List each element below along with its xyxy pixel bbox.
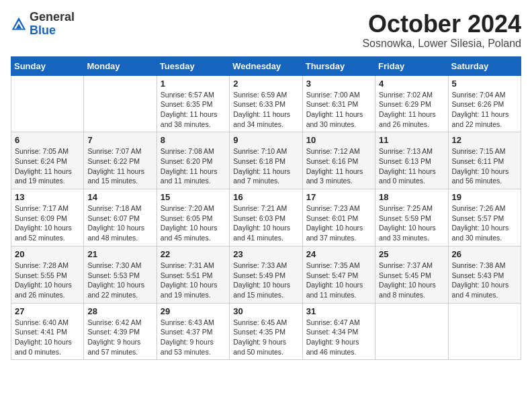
day-info: Sunrise: 7:08 AM Sunset: 6:20 PM Dayligh… (161, 146, 226, 186)
calendar-day-6: 6Sunrise: 7:05 AM Sunset: 6:24 PM Daylig… (11, 132, 84, 189)
day-info: Sunrise: 7:17 AM Sunset: 6:09 PM Dayligh… (15, 203, 80, 243)
day-number: 29 (161, 306, 226, 316)
day-info: Sunrise: 7:05 AM Sunset: 6:24 PM Dayligh… (15, 146, 80, 186)
logo-icon (11, 16, 27, 32)
weekday-header-sunday: Sunday (11, 56, 84, 75)
weekday-header-saturday: Saturday (448, 56, 521, 75)
day-number: 14 (87, 192, 152, 202)
day-info: Sunrise: 6:47 AM Sunset: 4:34 PM Dayligh… (306, 318, 371, 357)
day-info: Sunrise: 7:07 AM Sunset: 6:22 PM Dayligh… (87, 146, 152, 186)
day-number: 15 (161, 192, 226, 202)
day-info: Sunrise: 7:13 AM Sunset: 6:13 PM Dayligh… (379, 146, 444, 186)
calendar-week-row: 6Sunrise: 7:05 AM Sunset: 6:24 PM Daylig… (11, 132, 521, 189)
weekday-header-row: SundayMondayTuesdayWednesdayThursdayFrid… (11, 56, 521, 75)
day-number: 7 (87, 135, 152, 145)
calendar-day-12: 12Sunrise: 7:15 AM Sunset: 6:11 PM Dayli… (448, 132, 521, 189)
calendar-day-3: 3Sunrise: 7:00 AM Sunset: 6:31 PM Daylig… (302, 75, 375, 132)
day-info: Sunrise: 7:18 AM Sunset: 6:07 PM Dayligh… (87, 203, 152, 243)
day-number: 5 (452, 79, 517, 89)
calendar-day-2: 2Sunrise: 6:59 AM Sunset: 6:33 PM Daylig… (230, 75, 302, 132)
day-info: Sunrise: 7:04 AM Sunset: 6:26 PM Dayligh… (452, 90, 517, 130)
calendar-day-9: 9Sunrise: 7:10 AM Sunset: 6:18 PM Daylig… (230, 132, 302, 189)
calendar-day-1: 1Sunrise: 6:57 AM Sunset: 6:35 PM Daylig… (157, 75, 229, 132)
day-number: 13 (15, 192, 80, 202)
calendar-day-21: 21Sunrise: 7:30 AM Sunset: 5:53 PM Dayli… (84, 246, 157, 303)
day-number: 28 (87, 306, 152, 316)
calendar-day-4: 4Sunrise: 7:02 AM Sunset: 6:29 PM Daylig… (375, 75, 448, 132)
calendar-body: 1Sunrise: 6:57 AM Sunset: 6:35 PM Daylig… (11, 75, 521, 360)
day-info: Sunrise: 7:10 AM Sunset: 6:18 PM Dayligh… (233, 146, 298, 186)
calendar-week-row: 1Sunrise: 6:57 AM Sunset: 6:35 PM Daylig… (11, 75, 521, 132)
day-number: 2 (233, 79, 298, 89)
calendar-day-22: 22Sunrise: 7:31 AM Sunset: 5:51 PM Dayli… (157, 246, 229, 303)
calendar-day-19: 19Sunrise: 7:26 AM Sunset: 5:57 PM Dayli… (448, 189, 521, 246)
day-info: Sunrise: 7:38 AM Sunset: 5:43 PM Dayligh… (452, 261, 517, 300)
calendar-empty-cell (11, 75, 84, 132)
calendar-empty-cell (84, 75, 157, 132)
calendar-empty-cell (448, 303, 521, 360)
day-info: Sunrise: 7:02 AM Sunset: 6:29 PM Dayligh… (379, 90, 444, 130)
calendar-empty-cell (375, 303, 448, 360)
day-info: Sunrise: 7:15 AM Sunset: 6:11 PM Dayligh… (452, 146, 517, 186)
day-number: 6 (15, 135, 80, 145)
day-info: Sunrise: 6:42 AM Sunset: 4:39 PM Dayligh… (87, 318, 152, 357)
calendar-day-25: 25Sunrise: 7:37 AM Sunset: 5:45 PM Dayli… (375, 246, 448, 303)
day-info: Sunrise: 6:43 AM Sunset: 4:37 PM Dayligh… (161, 318, 226, 357)
location: Sosnowka, Lower Silesia, Poland (362, 38, 521, 50)
day-number: 31 (306, 306, 371, 316)
calendar-day-13: 13Sunrise: 7:17 AM Sunset: 6:09 PM Dayli… (11, 189, 84, 246)
calendar-day-14: 14Sunrise: 7:18 AM Sunset: 6:07 PM Dayli… (84, 189, 157, 246)
calendar-day-23: 23Sunrise: 7:33 AM Sunset: 5:49 PM Dayli… (230, 246, 302, 303)
calendar-day-7: 7Sunrise: 7:07 AM Sunset: 6:22 PM Daylig… (84, 132, 157, 189)
calendar-day-8: 8Sunrise: 7:08 AM Sunset: 6:20 PM Daylig… (157, 132, 229, 189)
day-number: 10 (306, 135, 371, 145)
day-info: Sunrise: 6:40 AM Sunset: 4:41 PM Dayligh… (15, 318, 80, 357)
day-number: 20 (15, 249, 80, 259)
logo-text: General Blue (30, 11, 75, 38)
day-number: 1 (161, 79, 226, 89)
weekday-header-monday: Monday (84, 56, 157, 75)
calendar-day-18: 18Sunrise: 7:25 AM Sunset: 5:59 PM Dayli… (375, 189, 448, 246)
calendar-day-20: 20Sunrise: 7:28 AM Sunset: 5:55 PM Dayli… (11, 246, 84, 303)
day-info: Sunrise: 7:23 AM Sunset: 6:01 PM Dayligh… (306, 203, 371, 243)
logo-general: General (30, 11, 75, 24)
day-number: 18 (379, 192, 444, 202)
weekday-header-tuesday: Tuesday (157, 56, 229, 75)
day-info: Sunrise: 6:57 AM Sunset: 6:35 PM Dayligh… (161, 90, 226, 130)
calendar-day-16: 16Sunrise: 7:21 AM Sunset: 6:03 PM Dayli… (230, 189, 302, 246)
day-number: 16 (233, 192, 298, 202)
day-info: Sunrise: 7:28 AM Sunset: 5:55 PM Dayligh… (15, 261, 80, 300)
day-number: 12 (452, 135, 517, 145)
title-area: October 2024 Sosnowka, Lower Silesia, Po… (362, 11, 521, 50)
calendar-header: SundayMondayTuesdayWednesdayThursdayFrid… (11, 56, 521, 75)
day-number: 3 (306, 79, 371, 89)
calendar-week-row: 27Sunrise: 6:40 AM Sunset: 4:41 PM Dayli… (11, 303, 521, 360)
calendar-day-29: 29Sunrise: 6:43 AM Sunset: 4:37 PM Dayli… (157, 303, 229, 360)
day-number: 22 (161, 249, 226, 259)
logo: General Blue (11, 11, 75, 38)
logo-blue: Blue (30, 24, 75, 38)
day-info: Sunrise: 7:00 AM Sunset: 6:31 PM Dayligh… (306, 90, 371, 130)
calendar-day-24: 24Sunrise: 7:35 AM Sunset: 5:47 PM Dayli… (302, 246, 375, 303)
day-number: 9 (233, 135, 298, 145)
weekday-header-friday: Friday (375, 56, 448, 75)
weekday-header-wednesday: Wednesday (230, 56, 302, 75)
day-info: Sunrise: 7:25 AM Sunset: 5:59 PM Dayligh… (379, 203, 444, 243)
day-number: 27 (15, 306, 80, 316)
calendar-day-27: 27Sunrise: 6:40 AM Sunset: 4:41 PM Dayli… (11, 303, 84, 360)
day-info: Sunrise: 7:35 AM Sunset: 5:47 PM Dayligh… (306, 261, 371, 300)
day-number: 4 (379, 79, 444, 89)
calendar-day-26: 26Sunrise: 7:38 AM Sunset: 5:43 PM Dayli… (448, 246, 521, 303)
calendar-day-28: 28Sunrise: 6:42 AM Sunset: 4:39 PM Dayli… (84, 303, 157, 360)
day-number: 21 (87, 249, 152, 259)
day-number: 17 (306, 192, 371, 202)
day-number: 26 (452, 249, 517, 259)
day-info: Sunrise: 7:33 AM Sunset: 5:49 PM Dayligh… (233, 261, 298, 300)
day-info: Sunrise: 7:37 AM Sunset: 5:45 PM Dayligh… (379, 261, 444, 300)
day-info: Sunrise: 7:26 AM Sunset: 5:57 PM Dayligh… (452, 203, 517, 243)
day-info: Sunrise: 7:31 AM Sunset: 5:51 PM Dayligh… (161, 261, 226, 300)
day-number: 30 (233, 306, 298, 316)
calendar-day-11: 11Sunrise: 7:13 AM Sunset: 6:13 PM Dayli… (375, 132, 448, 189)
calendar-week-row: 20Sunrise: 7:28 AM Sunset: 5:55 PM Dayli… (11, 246, 521, 303)
day-number: 8 (161, 135, 226, 145)
